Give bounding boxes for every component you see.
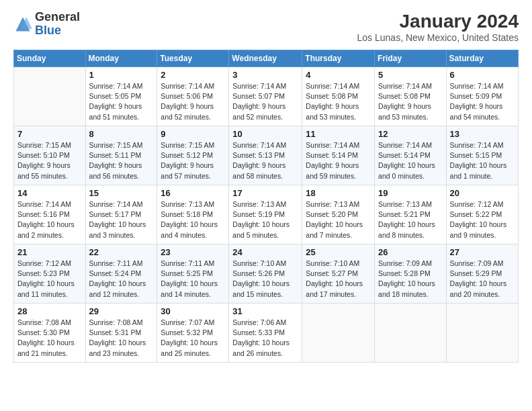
location: Los Lunas, New Mexico, United States bbox=[357, 32, 519, 43]
calendar-cell: 26Sunrise: 7:09 AMSunset: 5:28 PMDayligh… bbox=[375, 244, 447, 304]
calendar-cell bbox=[375, 304, 447, 363]
day-info: Sunrise: 7:14 AMSunset: 5:14 PMDaylight:… bbox=[306, 140, 371, 181]
day-number: 9 bbox=[161, 129, 225, 139]
col-header-tuesday: Tuesday bbox=[157, 50, 229, 67]
day-info: Sunrise: 7:09 AMSunset: 5:28 PMDaylight:… bbox=[378, 259, 443, 300]
calendar-header-row: SundayMondayTuesdayWednesdayThursdayFrid… bbox=[14, 50, 519, 67]
calendar-cell: 4Sunrise: 7:14 AMSunset: 5:08 PMDaylight… bbox=[302, 67, 375, 126]
day-info: Sunrise: 7:06 AMSunset: 5:33 PMDaylight:… bbox=[232, 318, 298, 359]
calendar-cell: 14Sunrise: 7:14 AMSunset: 5:16 PMDayligh… bbox=[14, 185, 86, 244]
calendar-cell: 6Sunrise: 7:14 AMSunset: 5:09 PMDaylight… bbox=[446, 67, 518, 126]
calendar-cell: 13Sunrise: 7:14 AMSunset: 5:15 PMDayligh… bbox=[446, 126, 518, 185]
header: General Blue January 2024 Los Lunas, New… bbox=[13, 11, 519, 43]
logo-general-text: General bbox=[35, 10, 80, 24]
calendar-cell: 7Sunrise: 7:15 AMSunset: 5:10 PMDaylight… bbox=[14, 126, 86, 185]
col-header-sunday: Sunday bbox=[14, 50, 86, 67]
calendar-cell: 30Sunrise: 7:07 AMSunset: 5:32 PMDayligh… bbox=[157, 304, 229, 363]
calendar-cell bbox=[14, 67, 86, 126]
day-info: Sunrise: 7:13 AMSunset: 5:20 PMDaylight:… bbox=[306, 199, 371, 240]
calendar-cell: 23Sunrise: 7:11 AMSunset: 5:25 PMDayligh… bbox=[157, 244, 229, 304]
day-info: Sunrise: 7:07 AMSunset: 5:32 PMDaylight:… bbox=[161, 318, 225, 359]
day-number: 20 bbox=[450, 188, 515, 198]
calendar-cell: 17Sunrise: 7:13 AMSunset: 5:19 PMDayligh… bbox=[229, 185, 302, 244]
day-number: 29 bbox=[89, 306, 154, 316]
day-info: Sunrise: 7:15 AMSunset: 5:12 PMDaylight:… bbox=[161, 140, 225, 181]
day-info: Sunrise: 7:08 AMSunset: 5:31 PMDaylight:… bbox=[89, 318, 154, 359]
day-info: Sunrise: 7:14 AMSunset: 5:05 PMDaylight:… bbox=[89, 81, 154, 122]
calendar-cell: 22Sunrise: 7:11 AMSunset: 5:24 PMDayligh… bbox=[85, 244, 157, 304]
col-header-monday: Monday bbox=[85, 50, 157, 67]
col-header-friday: Friday bbox=[375, 50, 447, 67]
day-number: 22 bbox=[89, 247, 154, 257]
calendar-cell: 16Sunrise: 7:13 AMSunset: 5:18 PMDayligh… bbox=[157, 185, 229, 244]
day-info: Sunrise: 7:14 AMSunset: 5:08 PMDaylight:… bbox=[378, 81, 443, 122]
calendar-table: SundayMondayTuesdayWednesdayThursdayFrid… bbox=[13, 50, 519, 363]
day-number: 11 bbox=[306, 129, 371, 139]
day-info: Sunrise: 7:14 AMSunset: 5:13 PMDaylight:… bbox=[232, 140, 298, 181]
day-number: 12 bbox=[378, 129, 443, 139]
calendar-cell: 20Sunrise: 7:12 AMSunset: 5:22 PMDayligh… bbox=[446, 185, 518, 244]
day-number: 14 bbox=[17, 188, 82, 198]
week-row-5: 28Sunrise: 7:08 AMSunset: 5:30 PMDayligh… bbox=[14, 304, 519, 363]
day-info: Sunrise: 7:13 AMSunset: 5:18 PMDaylight:… bbox=[161, 199, 225, 240]
day-number: 28 bbox=[17, 306, 82, 316]
calendar-cell: 21Sunrise: 7:12 AMSunset: 5:23 PMDayligh… bbox=[14, 244, 86, 304]
calendar-cell: 5Sunrise: 7:14 AMSunset: 5:08 PMDaylight… bbox=[375, 67, 447, 126]
day-info: Sunrise: 7:14 AMSunset: 5:08 PMDaylight:… bbox=[306, 81, 371, 122]
day-info: Sunrise: 7:10 AMSunset: 5:27 PMDaylight:… bbox=[306, 259, 371, 300]
logo: General Blue bbox=[13, 11, 80, 38]
week-row-2: 7Sunrise: 7:15 AMSunset: 5:10 PMDaylight… bbox=[14, 126, 519, 185]
week-row-3: 14Sunrise: 7:14 AMSunset: 5:16 PMDayligh… bbox=[14, 185, 519, 244]
day-number: 21 bbox=[17, 247, 82, 257]
day-info: Sunrise: 7:14 AMSunset: 5:06 PMDaylight:… bbox=[161, 81, 225, 122]
day-number: 18 bbox=[306, 188, 371, 198]
day-info: Sunrise: 7:14 AMSunset: 5:09 PMDaylight:… bbox=[450, 81, 515, 122]
day-info: Sunrise: 7:12 AMSunset: 5:22 PMDaylight:… bbox=[450, 199, 515, 240]
day-info: Sunrise: 7:11 AMSunset: 5:24 PMDaylight:… bbox=[89, 259, 154, 300]
day-number: 4 bbox=[306, 70, 371, 80]
day-number: 13 bbox=[450, 129, 515, 139]
day-number: 16 bbox=[161, 188, 225, 198]
day-number: 26 bbox=[378, 247, 443, 257]
title-block: January 2024 Los Lunas, New Mexico, Unit… bbox=[357, 11, 519, 43]
day-number: 25 bbox=[306, 247, 371, 257]
logo-blue-text: Blue bbox=[35, 24, 61, 37]
calendar-cell: 3Sunrise: 7:14 AMSunset: 5:07 PMDaylight… bbox=[229, 67, 302, 126]
day-number: 6 bbox=[450, 70, 515, 80]
calendar-cell: 27Sunrise: 7:09 AMSunset: 5:29 PMDayligh… bbox=[446, 244, 518, 304]
col-header-saturday: Saturday bbox=[446, 50, 518, 67]
day-number: 5 bbox=[378, 70, 443, 80]
day-info: Sunrise: 7:14 AMSunset: 5:15 PMDaylight:… bbox=[450, 140, 515, 181]
day-number: 30 bbox=[161, 306, 225, 316]
day-number: 19 bbox=[378, 188, 443, 198]
calendar-cell: 12Sunrise: 7:14 AMSunset: 5:14 PMDayligh… bbox=[375, 126, 447, 185]
month-title: January 2024 bbox=[357, 11, 519, 32]
day-info: Sunrise: 7:14 AMSunset: 5:16 PMDaylight:… bbox=[17, 199, 82, 240]
calendar-cell: 19Sunrise: 7:13 AMSunset: 5:21 PMDayligh… bbox=[375, 185, 447, 244]
calendar-cell: 29Sunrise: 7:08 AMSunset: 5:31 PMDayligh… bbox=[85, 304, 157, 363]
calendar-cell bbox=[446, 304, 518, 363]
day-info: Sunrise: 7:10 AMSunset: 5:26 PMDaylight:… bbox=[232, 259, 298, 300]
day-number: 10 bbox=[232, 129, 298, 139]
logo-text: General Blue bbox=[35, 11, 80, 38]
calendar-cell: 8Sunrise: 7:15 AMSunset: 5:11 PMDaylight… bbox=[85, 126, 157, 185]
day-number: 2 bbox=[161, 70, 225, 80]
day-number: 17 bbox=[232, 188, 298, 198]
day-info: Sunrise: 7:12 AMSunset: 5:23 PMDaylight:… bbox=[17, 259, 82, 300]
calendar-cell: 18Sunrise: 7:13 AMSunset: 5:20 PMDayligh… bbox=[302, 185, 375, 244]
day-number: 24 bbox=[232, 247, 298, 257]
day-number: 7 bbox=[17, 129, 82, 139]
day-number: 3 bbox=[232, 70, 298, 80]
calendar-cell: 11Sunrise: 7:14 AMSunset: 5:14 PMDayligh… bbox=[302, 126, 375, 185]
col-header-thursday: Thursday bbox=[302, 50, 375, 67]
calendar-cell: 25Sunrise: 7:10 AMSunset: 5:27 PMDayligh… bbox=[302, 244, 375, 304]
day-number: 8 bbox=[89, 129, 154, 139]
week-row-1: 1Sunrise: 7:14 AMSunset: 5:05 PMDaylight… bbox=[14, 67, 519, 126]
day-info: Sunrise: 7:14 AMSunset: 5:17 PMDaylight:… bbox=[89, 199, 154, 240]
calendar-cell: 28Sunrise: 7:08 AMSunset: 5:30 PMDayligh… bbox=[14, 304, 86, 363]
calendar-cell: 9Sunrise: 7:15 AMSunset: 5:12 PMDaylight… bbox=[157, 126, 229, 185]
day-number: 27 bbox=[450, 247, 515, 257]
calendar-cell bbox=[302, 304, 375, 363]
calendar-cell: 2Sunrise: 7:14 AMSunset: 5:06 PMDaylight… bbox=[157, 67, 229, 126]
day-number: 1 bbox=[89, 70, 154, 80]
